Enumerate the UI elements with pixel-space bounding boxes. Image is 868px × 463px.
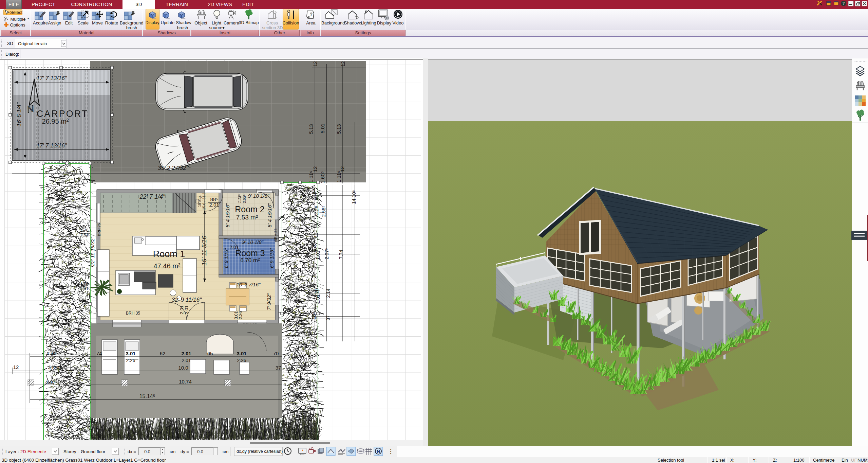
- svg-text:2.26: 2.26: [126, 358, 135, 363]
- svg-text:1.13⁵: 1.13⁵: [311, 189, 317, 200]
- svg-text:10.0: 10.0: [178, 365, 188, 371]
- svg-text:7' 9/32": 7' 9/32": [266, 293, 272, 310]
- svg-text:18 Stg.: 18 Stg.: [197, 195, 202, 207]
- svg-text:1.13⁵: 1.13⁵: [238, 194, 242, 203]
- svg-text:?: ?: [843, 1, 845, 5]
- svg-text:2.14: 2.14: [325, 288, 331, 298]
- svg-text:3.01: 3.01: [126, 351, 135, 356]
- svg-text:2.56⁵: 2.56⁵: [321, 206, 326, 217]
- svg-text:9' 10 1/8": 9' 10 1/8": [248, 193, 269, 199]
- svg-text:Room 3: Room 3: [235, 248, 265, 258]
- svg-text:6' 9 1/16": 6' 9 1/16": [269, 248, 275, 268]
- svg-text:1.51: 1.51: [80, 232, 88, 237]
- svg-text:88⁵: 88⁵: [210, 196, 218, 202]
- svg-text:3.01: 3.01: [237, 351, 246, 356]
- svg-text:5.13: 5.13: [308, 124, 314, 134]
- svg-text:9' 10 1/8": 9' 10 1/8": [242, 239, 264, 245]
- svg-text:12: 12: [340, 61, 346, 67]
- svg-text:2.01: 2.01: [179, 305, 184, 314]
- svg-text:5.01: 5.01: [320, 123, 325, 133]
- svg-text:4.40⁵: 4.40⁵: [46, 351, 57, 356]
- svg-text:17' 7 13/16": 17' 7 13/16": [36, 75, 67, 82]
- svg-text:2.01: 2.01: [184, 305, 189, 314]
- svg-text:12: 12: [13, 364, 19, 370]
- svg-text:32' 9 11/16": 32' 9 11/16": [172, 297, 202, 303]
- svg-text:17' 7 13/16": 17' 7 13/16": [36, 142, 67, 149]
- svg-text:2.93⁵: 2.93⁵: [242, 194, 246, 203]
- svg-text:10.74: 10.74: [179, 379, 192, 385]
- svg-text:14.10⁵: 14.10⁵: [351, 190, 357, 204]
- svg-text:15.14⁵: 15.14⁵: [139, 393, 155, 399]
- svg-text:BRH 75: BRH 75: [97, 223, 101, 236]
- svg-text:2.26: 2.26: [314, 206, 319, 215]
- svg-text:15.6 / 31.8: 15.6 / 31.8: [202, 192, 206, 210]
- svg-text:8' 4 15/16": 8' 4 15/16": [225, 203, 230, 227]
- svg-text:8' 4 15/16": 8' 4 15/16": [267, 203, 272, 227]
- svg-text:62: 62: [160, 351, 166, 356]
- svg-text:47.46 m²: 47.46 m²: [154, 262, 181, 270]
- svg-text:12: 12: [313, 61, 318, 67]
- svg-text:22' 11 19/32": 22' 11 19/32": [90, 236, 95, 266]
- svg-text:11: 11: [313, 233, 319, 238]
- svg-text:16' 5 1/4": 16' 5 1/4": [16, 102, 22, 127]
- svg-text:2.07⁵: 2.07⁵: [324, 248, 329, 259]
- svg-text:5.13: 5.13: [336, 124, 342, 134]
- svg-text:12: 12: [339, 166, 345, 172]
- svg-text:26.95 m²: 26.95 m²: [42, 118, 69, 125]
- svg-text:3.01: 3.01: [234, 311, 239, 319]
- svg-text:2.01: 2.01: [181, 351, 191, 356]
- svg-text:4.40⁵: 4.40⁵: [45, 379, 56, 385]
- svg-text:BRH 35: BRH 35: [273, 229, 278, 242]
- svg-text:12: 12: [312, 166, 318, 172]
- svg-text:7.53 m²: 7.53 m²: [236, 214, 258, 221]
- svg-text:2.01: 2.01: [209, 202, 219, 208]
- svg-text:N: N: [377, 449, 380, 454]
- svg-text:1.11⁵: 1.11⁵: [336, 171, 342, 182]
- svg-text:BRH 35: BRH 35: [126, 311, 140, 316]
- svg-text:2.01: 2.01: [182, 358, 191, 363]
- svg-text:1.01: 1.01: [315, 294, 321, 303]
- svg-text:7.74: 7.74: [338, 250, 344, 259]
- svg-text:1.11⁵: 1.11⁵: [308, 171, 314, 182]
- svg-text:1.01: 1.01: [315, 250, 321, 260]
- svg-text:1.51: 1.51: [80, 286, 88, 291]
- svg-text:74: 74: [96, 351, 102, 356]
- svg-text:2.26: 2.26: [237, 358, 246, 363]
- svg-text:90⁵: 90⁵: [311, 312, 317, 319]
- svg-text:6.70 m²: 6.70 m²: [240, 257, 260, 264]
- svg-text:2.01: 2.01: [229, 245, 239, 250]
- svg-text:2.26: 2.26: [238, 311, 243, 319]
- svg-text:37: 37: [276, 365, 281, 371]
- svg-text:15' 11 5/16": 15' 11 5/16": [201, 233, 208, 266]
- svg-text:22' 7 1/4": 22' 7 1/4": [139, 193, 166, 200]
- svg-text:4.65³: 4.65³: [48, 365, 59, 371]
- svg-text:1.76: 1.76: [80, 228, 88, 233]
- svg-text:Room 1: Room 1: [153, 249, 185, 259]
- svg-text:37: 37: [325, 315, 331, 321]
- svg-text:10' 2 7/16": 10' 2 7/16": [237, 282, 261, 287]
- svg-text:1.76: 1.76: [80, 281, 88, 286]
- svg-text:70: 70: [273, 351, 279, 356]
- svg-text:?: ?: [310, 12, 313, 17]
- svg-text:Room 2: Room 2: [235, 204, 265, 214]
- svg-text:65: 65: [207, 351, 213, 356]
- svg-text:35' 2 27/32": 35' 2 27/32": [158, 165, 189, 171]
- svg-text:6' 9 1/16": 6' 9 1/16": [224, 248, 229, 268]
